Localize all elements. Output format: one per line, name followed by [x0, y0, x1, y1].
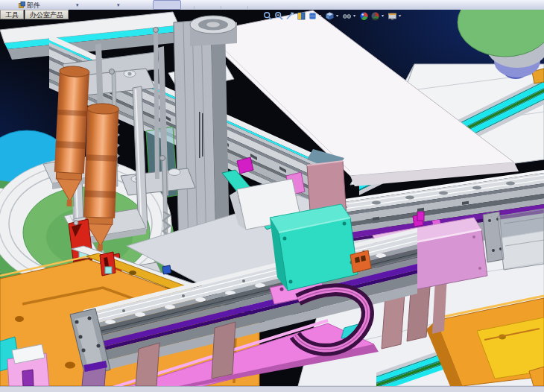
- dropdown-caret-icon[interactable]: ▾: [399, 11, 403, 21]
- status-bar: [0, 386, 544, 392]
- dropdown-caret-icon[interactable]: ▾: [336, 11, 341, 21]
- dropdown-caret-icon[interactable]: ▾: [353, 11, 358, 21]
- tab-office-products[interactable]: 办公室产品: [25, 10, 69, 19]
- dropdown-caret-icon[interactable]: ▾: [319, 11, 323, 21]
- blue-block: [162, 265, 171, 274]
- apply-scene-icon[interactable]: [370, 11, 380, 21]
- toolbar-separator: [247, 6, 248, 9]
- zoom-to-fit-icon[interactable]: [263, 11, 273, 21]
- hide-show-items-icon[interactable]: [342, 11, 352, 21]
- dropdown-caret-icon[interactable]: ▾: [382, 11, 386, 21]
- dropdown-caret-icon[interactable]: ▾: [117, 1, 120, 8]
- edit-appearance-icon[interactable]: [359, 11, 369, 21]
- orange-connector: [350, 250, 371, 273]
- view-settings-icon[interactable]: [388, 11, 397, 21]
- toolbar-separator: [221, 6, 221, 9]
- command-bar: 部件 ▾ ▾: [0, 0, 544, 10]
- display-style-icon[interactable]: [325, 11, 335, 21]
- toolbar-separator: [194, 6, 194, 9]
- section-view-icon[interactable]: [297, 11, 306, 21]
- tab-tools[interactable]: 工具: [0, 10, 24, 19]
- headsup-view-toolbar: ▾ ▾ ▾ ▾ ▾: [263, 10, 403, 22]
- toolbar-pressed-button[interactable]: [153, 0, 181, 10]
- previous-view-icon[interactable]: [285, 11, 295, 21]
- transparent-duct: [498, 209, 544, 270]
- component-icon: [19, 1, 25, 8]
- cad-application-window: 部件 ▾ ▾ 工具 办公室产品: [0, 0, 544, 392]
- view-orientation-icon[interactable]: [308, 11, 317, 21]
- zoom-to-area-icon[interactable]: [274, 11, 284, 21]
- dropdown-caret-icon[interactable]: ▾: [76, 1, 79, 8]
- commandmanager-tabs: 工具 办公室产品: [0, 10, 69, 20]
- assembly-3d-model[interactable]: [0, 10, 544, 386]
- graphics-viewport[interactable]: [0, 10, 544, 386]
